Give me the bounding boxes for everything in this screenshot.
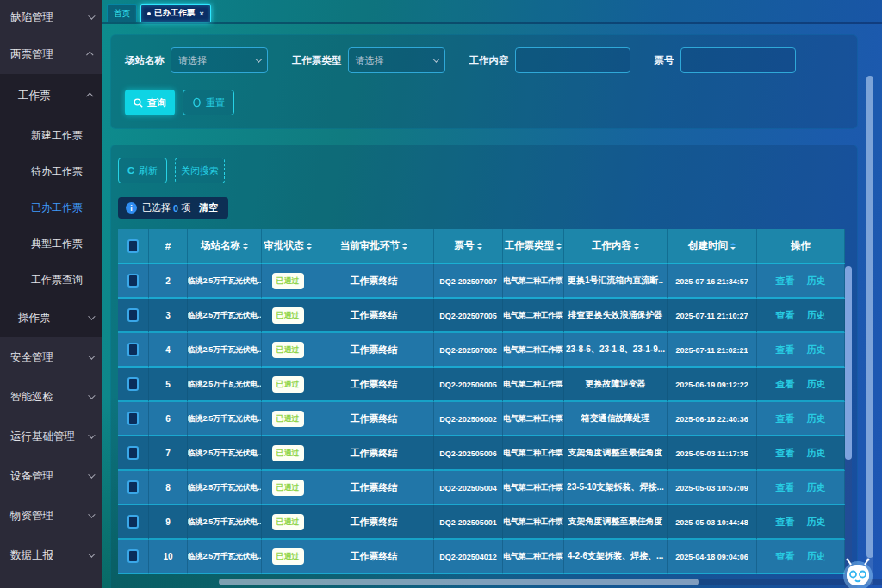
- row-checkbox[interactable]: [127, 343, 139, 356]
- row-checkbox[interactable]: [127, 274, 139, 288]
- row-checkbox[interactable]: [127, 480, 139, 494]
- select-all-checkbox[interactable]: [127, 239, 139, 253]
- history-link[interactable]: 历史: [807, 413, 826, 424]
- status-badge: 已通过: [272, 445, 304, 461]
- sort-caret-icon[interactable]: [634, 243, 639, 250]
- history-link[interactable]: 历史: [807, 275, 826, 286]
- tab-close-icon[interactable]: ×: [200, 9, 204, 18]
- sidebar-item-6[interactable]: 典型工作票: [0, 226, 102, 262]
- column-header-4[interactable]: 当前审批环节: [314, 229, 434, 264]
- view-link[interactable]: 查看: [776, 551, 795, 561]
- row-checkbox[interactable]: [127, 377, 139, 391]
- status-badge: 已通过: [272, 480, 304, 496]
- close-search-button[interactable]: 关闭搜索: [175, 158, 225, 183]
- tab-home[interactable]: 首页: [107, 4, 137, 22]
- table-cell: 查看历史: [757, 368, 845, 402]
- field-input[interactable]: [680, 47, 796, 73]
- table-cell: 查看历史: [757, 540, 845, 574]
- history-link[interactable]: 历史: [807, 551, 826, 561]
- select-placeholder: 请选择: [356, 54, 384, 67]
- view-link[interactable]: 查看: [776, 482, 795, 492]
- row-checkbox[interactable]: [127, 446, 139, 460]
- view-link[interactable]: 查看: [776, 379, 795, 389]
- column-header-5[interactable]: 票号: [434, 229, 503, 264]
- tab-done-work-tickets[interactable]: 已办工作票×: [140, 4, 211, 22]
- sidebar-item-12[interactable]: 设备管理: [0, 456, 102, 496]
- table-cell: 3: [149, 299, 188, 333]
- history-link[interactable]: 历史: [807, 448, 826, 458]
- sidebar-item-10[interactable]: 智能巡检: [0, 377, 102, 417]
- cell-time: 2025-07-11 21:02:21: [675, 346, 748, 355]
- search-buttons: 查询 重置: [125, 90, 843, 115]
- view-link[interactable]: 查看: [776, 275, 795, 286]
- field-select[interactable]: 请选择: [171, 47, 268, 73]
- view-link[interactable]: 查看: [776, 413, 795, 424]
- sort-caret-icon[interactable]: [730, 243, 736, 250]
- row-checkbox[interactable]: [127, 412, 139, 425]
- sort-caret-icon[interactable]: [307, 243, 312, 250]
- history-link[interactable]: 历史: [807, 344, 826, 355]
- cell-step: 工作票终结: [351, 310, 398, 320]
- sidebar-item-8[interactable]: 操作票: [0, 298, 102, 337]
- sort-caret-icon[interactable]: [556, 243, 562, 250]
- sidebar-item-7[interactable]: 工作票查询: [0, 262, 102, 298]
- view-link[interactable]: 查看: [776, 310, 795, 320]
- row-checkbox[interactable]: [127, 515, 139, 529]
- sidebar-item-13[interactable]: 物资管理: [0, 496, 102, 535]
- sidebar: 缺陷管理两票管理工作票新建工作票待办工作票已办工作票典型工作票工作票查询操作票安…: [0, 0, 102, 588]
- column-header-8[interactable]: 创建时间: [668, 229, 757, 264]
- column-header-6[interactable]: 工作票类型: [503, 229, 564, 264]
- column-header-3[interactable]: 审批状态: [262, 229, 314, 264]
- table-cell: [118, 505, 149, 540]
- assistant-robot-icon[interactable]: [841, 557, 875, 588]
- status-badge: 已通过: [272, 273, 304, 289]
- sort-caret-icon[interactable]: [402, 243, 407, 250]
- reset-button[interactable]: 重置: [183, 90, 234, 115]
- sidebar-item-4[interactable]: 待办工作票: [0, 153, 102, 189]
- horizontal-scrollbar[interactable]: [219, 579, 882, 585]
- table-scrollbar[interactable]: [845, 266, 852, 588]
- cell-type: 电气第二种工作票: [504, 517, 563, 526]
- refresh-button[interactable]: C 刷新: [118, 158, 167, 183]
- table-cell: 2025-05-03 10:44:48: [668, 505, 757, 540]
- sidebar-item-0[interactable]: 缺陷管理: [0, 0, 102, 34]
- table-cell: 查看历史: [757, 402, 845, 436]
- view-link[interactable]: 查看: [776, 448, 795, 458]
- history-link[interactable]: 历史: [807, 517, 826, 527]
- table-cell: [118, 333, 149, 368]
- column-header-2[interactable]: 场站名称: [188, 229, 262, 264]
- chevron-up-icon: [86, 51, 93, 58]
- clear-selection-button[interactable]: 清空: [199, 201, 218, 214]
- history-link[interactable]: 历史: [807, 482, 826, 492]
- cell-time: 2025-07-16 21:34:57: [675, 277, 748, 286]
- column-header-7[interactable]: 工作内容: [564, 229, 668, 264]
- chevron-down-icon: [88, 550, 95, 557]
- sidebar-item-label: 工作票: [18, 89, 51, 103]
- view-link[interactable]: 查看: [776, 517, 795, 527]
- query-button[interactable]: 查询: [125, 90, 175, 115]
- page-scrollbar[interactable]: [866, 76, 873, 585]
- sidebar-item-3[interactable]: 新建工作票: [0, 117, 102, 153]
- table-cell: 9: [149, 505, 188, 540]
- sidebar-item-5[interactable]: 已办工作票: [0, 189, 102, 226]
- cell-time: 2025-06-18 22:40:36: [675, 415, 748, 424]
- sort-caret-icon[interactable]: [477, 243, 482, 250]
- row-checkbox[interactable]: [127, 308, 139, 322]
- sidebar-item-9[interactable]: 安全管理: [0, 337, 102, 377]
- cell-ticket: DQ2-202507007: [439, 277, 497, 286]
- history-link[interactable]: 历史: [807, 310, 826, 320]
- history-link[interactable]: 历史: [807, 379, 826, 389]
- chevron-down-icon: [432, 55, 439, 62]
- view-link[interactable]: 查看: [776, 344, 795, 355]
- sidebar-item-11[interactable]: 运行基础管理: [0, 417, 102, 456]
- sidebar-item-1[interactable]: 两票管理: [0, 34, 102, 74]
- row-checkbox[interactable]: [127, 549, 139, 563]
- field-input[interactable]: [515, 47, 630, 73]
- field-select[interactable]: 请选择: [348, 47, 445, 73]
- sort-caret-icon[interactable]: [243, 243, 248, 250]
- column-label: #: [165, 241, 171, 251]
- sidebar-item-2[interactable]: 工作票: [0, 74, 102, 117]
- table-cell: 电气第二种工作票: [503, 505, 564, 540]
- sidebar-item-14[interactable]: 数据上报: [0, 535, 102, 575]
- cell-content: 更换故障逆变器: [586, 379, 646, 388]
